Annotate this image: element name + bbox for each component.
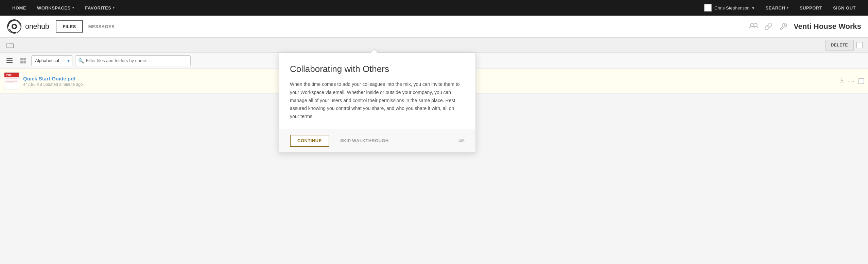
svg-rect-6 (6, 60, 13, 61)
nav-favorites[interactable]: FAVORITES ▾ (80, 0, 120, 16)
modal-text: When the time comes to add your colleagu… (290, 80, 465, 94)
list-view-button[interactable] (4, 55, 15, 66)
svg-rect-9 (23, 58, 26, 60)
download-icon[interactable] (839, 78, 845, 84)
svg-rect-5 (6, 58, 13, 59)
nav-workspaces[interactable]: WORKSPACES ▾ (32, 0, 80, 16)
favorites-chevron: ▾ (113, 6, 115, 10)
pdf-file-icon: PDF (4, 72, 19, 90)
top-nav: HOME WORKSPACES ▾ FAVORITES ▾ Chris Step… (0, 0, 868, 16)
grid-view-button[interactable] (18, 55, 29, 66)
workspaces-chevron: ▾ (72, 6, 74, 10)
more-options-icon[interactable]: ··· (848, 78, 855, 85)
filter-input[interactable] (86, 58, 188, 63)
delete-button[interactable]: DELETE (825, 40, 854, 51)
nav-search[interactable]: SEARCH ▾ (760, 0, 794, 16)
file-actions: ··· (839, 78, 864, 85)
nav-home[interactable]: HOME (7, 0, 32, 16)
svg-rect-10 (20, 61, 23, 63)
user-name: Chris Stephenson (714, 5, 749, 11)
user-chevron: ▾ (752, 5, 754, 11)
secondary-nav: onehub FILES MESSAGES Venti Hous (0, 16, 868, 38)
modal-caret (371, 50, 378, 53)
nav-support[interactable]: SUPPORT (794, 0, 828, 16)
sort-select[interactable]: Alphabetical Date Modified Date Created … (31, 55, 72, 66)
users-icon[interactable] (749, 22, 758, 31)
sort-select-wrapper: Alphabetical Date Modified Date Created … (31, 55, 72, 66)
onehub-logo-icon (7, 19, 22, 34)
modal-body: Collaborating with Others When the time … (279, 53, 475, 94)
modal-title: Collaborating with Others (290, 64, 465, 74)
filter-input-wrapper: 🔍 (75, 55, 191, 66)
user-menu[interactable]: Chris Stephenson ▾ (699, 4, 760, 12)
avatar (704, 4, 712, 12)
messages-tab[interactable]: MESSAGES (83, 24, 120, 29)
nav-signout[interactable]: SIGN OUT (828, 0, 861, 16)
search-chevron: ▾ (787, 6, 789, 10)
svg-rect-8 (20, 58, 23, 60)
logo-area: onehub (7, 19, 49, 34)
settings-icon[interactable] (779, 22, 788, 31)
link-icon[interactable] (764, 22, 773, 31)
select-all-checkbox[interactable] (856, 42, 863, 48)
toolbar-row: DELETE (0, 38, 868, 53)
svg-rect-11 (23, 61, 26, 63)
workspace-title: Venti House Works (794, 22, 861, 31)
modal-box: Collaborating with Others When the time … (279, 53, 476, 94)
svg-point-2 (13, 25, 16, 28)
file-checkbox[interactable] (858, 78, 864, 84)
svg-rect-7 (6, 62, 13, 63)
files-tab[interactable]: FILES (56, 20, 83, 33)
search-icon: 🔍 (78, 58, 84, 63)
logo-text: onehub (25, 22, 49, 31)
folder-icon[interactable] (5, 40, 15, 50)
